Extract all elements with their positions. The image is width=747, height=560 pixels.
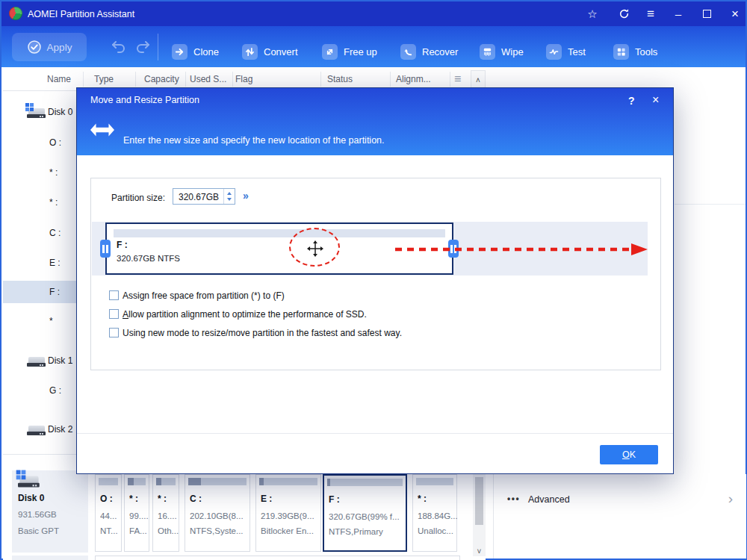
wipe-icon — [480, 44, 495, 60]
scrollbar-thumb[interactable] — [475, 477, 483, 525]
checkbox-icon[interactable] — [109, 328, 119, 337]
undo-button[interactable] — [111, 40, 127, 56]
sidebar-item-e[interactable]: E : — [3, 252, 80, 274]
sidebar-item-f-selected[interactable]: F : — [3, 281, 80, 303]
more-icon: ••• — [507, 494, 520, 504]
titlebar: AOMEI Partition Assistant ☆ ≡ – × — [1, 1, 746, 26]
toolbar-button-label: Free up — [344, 46, 377, 57]
sidebar-item-disk2[interactable]: Disk 2 — [3, 418, 80, 441]
partition-block-o[interactable]: O : 44... NT... — [95, 474, 122, 552]
dialog-footer-divider — [77, 433, 673, 434]
partition-block-unallocated[interactable]: * : 188.84G... Unalloc... — [412, 474, 457, 552]
sidebar-item-o[interactable]: O : — [3, 131, 80, 154]
disk-icon — [27, 423, 46, 435]
expand-units-icon[interactable]: » — [243, 190, 249, 202]
toolbar-button-tools[interactable]: Tools — [613, 43, 657, 60]
partition-size-input[interactable]: 320.67GB — [173, 188, 235, 205]
favorite-star-icon[interactable]: ☆ — [583, 1, 602, 26]
toolbar-button-convert[interactable]: Convert — [242, 43, 298, 60]
toolbar-button-label: Test — [568, 46, 586, 57]
sidebar-item-star1[interactable]: * : — [3, 161, 80, 184]
partition-block-f-selected[interactable]: F : 320.67GB(99% f... NTFS,Primary — [323, 474, 407, 552]
toolbar-button-wipe[interactable]: Wipe — [480, 43, 524, 60]
convert-icon — [242, 44, 258, 60]
toolbar-button-label: Convert — [264, 46, 298, 57]
column-settings-icon[interactable]: ≡ — [454, 72, 461, 86]
column-header-alignment[interactable]: Alignm... — [396, 74, 431, 84]
column-header-name[interactable]: Name — [47, 74, 71, 84]
partition-detail: 320.67GB NTFS — [117, 254, 180, 263]
toolbar-button-clone[interactable]: Clone — [172, 43, 219, 60]
dialog-close-icon[interactable]: × — [652, 93, 659, 107]
app-logo-icon — [9, 7, 22, 20]
toolbar-button-test[interactable]: Test — [546, 43, 586, 60]
apply-label: Apply — [47, 42, 72, 53]
partition-usage-bar — [114, 229, 445, 237]
refresh-icon[interactable] — [614, 1, 633, 26]
sidebar-item-disk0[interactable]: Disk 0 — [3, 101, 80, 123]
help-icon[interactable]: ? — [628, 95, 635, 107]
disk-space-track: F : 320.67GB NTFS — [92, 222, 648, 276]
column-header-capacity[interactable]: Capacity — [144, 74, 179, 84]
checkbox-icon[interactable] — [109, 290, 119, 300]
clone-icon — [172, 44, 187, 60]
disk-icon — [27, 354, 46, 367]
apply-button[interactable]: Apply — [12, 33, 87, 61]
column-header-status[interactable]: Status — [327, 74, 353, 84]
ok-button[interactable]: OK — [600, 445, 658, 464]
partition-block-star2[interactable]: * : 16.... Oth... — [152, 474, 179, 552]
dialog-header: Move and Resize Partition ? × Enter the … — [77, 88, 673, 155]
disk1-info-card-partial — [12, 556, 88, 560]
checkbox-label: Assign free space from partition (*) to … — [123, 290, 285, 301]
toolbar-button-label: Wipe — [501, 46, 524, 57]
partition-block-star1[interactable]: * : 99.... FA... — [124, 474, 149, 552]
column-header-used[interactable]: Used S... — [190, 74, 226, 84]
partition-block-c[interactable]: C : 202.10GB(8... NTFS,Syste... — [185, 474, 250, 552]
disk0-info-card[interactable]: Disk 0 931.56GB Basic GPT — [12, 470, 88, 553]
scroll-down-arrow[interactable]: ˅ — [473, 547, 486, 556]
sidebar-item-star3[interactable]: * — [3, 310, 80, 332]
disk-icon — [27, 105, 46, 118]
partition-letter: F : — [117, 240, 128, 250]
size-spinner[interactable] — [223, 189, 235, 204]
maximize-button[interactable] — [697, 1, 716, 26]
sidebar-item-c[interactable]: C : — [3, 222, 80, 244]
test-icon — [546, 44, 562, 60]
dialog-title: Move and Resize Partition — [90, 95, 199, 105]
usage-bar — [327, 479, 403, 486]
advanced-section-label[interactable]: Advanced — [528, 494, 570, 505]
toolbar-button-recover[interactable]: Recover — [400, 43, 458, 60]
left-resize-handle[interactable] — [100, 240, 111, 258]
apply-check-icon — [27, 40, 42, 55]
toolbar-button-label: Clone — [193, 46, 219, 57]
drag-direction-arrow — [394, 243, 648, 259]
column-header-type[interactable]: Type — [94, 74, 114, 84]
toolbar-separator — [158, 34, 158, 60]
chevron-right-icon[interactable]: › — [728, 491, 733, 507]
column-header-flag[interactable]: Flag — [235, 74, 252, 84]
toolbar-button-label: Tools — [635, 46, 657, 57]
freeup-icon — [322, 44, 338, 60]
app-window: AOMEI Partition Assistant ☆ ≡ – × Apply … — [0, 0, 747, 560]
partition-size-value: 320.67GB — [179, 192, 219, 202]
toolbar-button-freeup[interactable]: Free up — [322, 43, 377, 60]
sidebar-item-star2[interactable]: * : — [3, 191, 80, 214]
checkbox-icon[interactable] — [109, 309, 119, 319]
disk-map-scrollbar[interactable]: ˅ — [473, 461, 486, 556]
minimize-button[interactable]: – — [669, 1, 688, 26]
close-button[interactable]: × — [725, 1, 745, 26]
partition-size-label: Partition size: — [111, 193, 165, 203]
window-title: AOMEI Partition Assistant — [28, 9, 134, 19]
toolbar-button-label: Recover — [422, 46, 458, 57]
sidebar-item-disk1[interactable]: Disk 1 — [3, 349, 80, 372]
disk1-blocks-partial — [95, 556, 460, 560]
hamburger-menu-icon[interactable]: ≡ — [641, 1, 660, 26]
disk-scheme: Basic GPT — [18, 526, 59, 535]
move-resize-arrows-icon — [90, 123, 114, 140]
partition-block-e[interactable]: E : 219.39GB(9... Bitlocker En... — [255, 474, 321, 552]
tools-icon — [613, 44, 629, 60]
disk-icon — [18, 473, 40, 488]
sidebar-item-g[interactable]: G : — [3, 379, 80, 402]
usage-bar — [99, 478, 118, 485]
redo-button[interactable] — [134, 40, 151, 56]
